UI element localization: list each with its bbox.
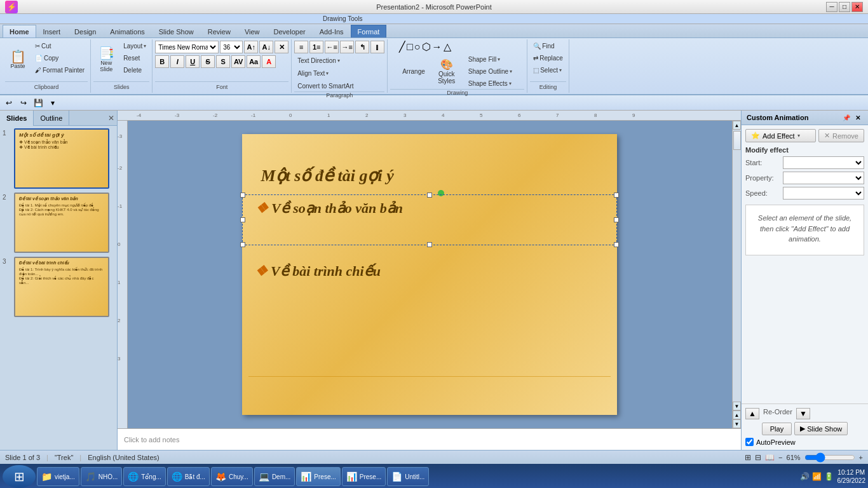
notes-area[interactable]: Click to add notes xyxy=(118,428,741,450)
layout-button[interactable]: Layout ▾ xyxy=(120,41,149,51)
scroll-up-button[interactable]: ▲ xyxy=(733,121,741,130)
handle-mr[interactable] xyxy=(614,217,619,222)
strikethrough-button[interactable]: S xyxy=(201,55,215,68)
taskbar-item-5[interactable]: 💻 Dem... xyxy=(254,467,295,486)
handle-bl[interactable] xyxy=(240,242,245,247)
increase-indent-button[interactable]: →≡ xyxy=(340,41,354,53)
align-text-button[interactable]: Align Text ▾ xyxy=(294,68,332,79)
view-normal-btn[interactable]: ⊞ xyxy=(745,453,751,462)
select-button[interactable]: ⬚Select ▾ xyxy=(530,65,566,76)
tab-animations[interactable]: Animations xyxy=(103,25,151,37)
convert-smartart-button[interactable]: Convert to SmartArt xyxy=(294,81,356,92)
scroll-track[interactable] xyxy=(733,130,741,402)
tab-home[interactable]: Home xyxy=(3,25,36,37)
taskbar-item-8[interactable]: 📄 Untitl... xyxy=(387,467,429,486)
handle-ml[interactable] xyxy=(240,217,245,222)
add-effect-button[interactable]: ⭐Add Effect▾ xyxy=(745,129,816,142)
taskbar-item-3[interactable]: 🌐 Bắt đ... xyxy=(167,467,210,486)
slide-thumb-1[interactable]: 1 Một số đề tài gợi ý ❖ Về soạn thảo văn… xyxy=(3,128,114,189)
arrange-button[interactable]: Arrange xyxy=(399,66,428,77)
qat-more-button[interactable]: ▾ xyxy=(46,97,59,109)
tab-design[interactable]: Design xyxy=(67,25,103,37)
scroll-thumb[interactable] xyxy=(733,131,741,150)
font-name-select[interactable]: Times New Roma xyxy=(155,41,219,53)
tab-view[interactable]: View xyxy=(238,25,267,37)
property-select[interactable] xyxy=(783,172,864,184)
taskbar-item-2[interactable]: 🌐 Tổng... xyxy=(123,467,166,486)
tab-developer[interactable]: Developer xyxy=(267,25,313,37)
notes-placeholder[interactable]: Click to add notes xyxy=(124,436,179,444)
tab-outline[interactable]: Outline xyxy=(34,111,69,126)
panel-pin-button[interactable]: 📌 xyxy=(841,113,851,122)
view-slide-sorter-btn[interactable]: ⊟ xyxy=(755,453,761,462)
start-select[interactable] xyxy=(783,156,864,169)
taskbar-item-6[interactable]: 📊 Prese... xyxy=(296,467,340,486)
scroll-extra-2[interactable]: ▼ xyxy=(733,419,741,428)
slide-title[interactable]: Một số đề tài gợi ý xyxy=(261,166,394,186)
bullet-1-text[interactable]: Về soạn thảo văn bản xyxy=(243,195,616,222)
shape-outline-button[interactable]: Shape Outline ▾ xyxy=(465,66,515,77)
text-box-1[interactable]: Về soạn thảo văn bản xyxy=(242,194,617,245)
close-button[interactable]: ✕ xyxy=(851,2,863,12)
handle-tr[interactable] xyxy=(614,193,619,198)
view-reading-btn[interactable]: 📖 xyxy=(765,453,775,462)
rtl-button[interactable]: ↰ xyxy=(355,41,369,53)
slide-thumb-3[interactable]: 3 Đề tài về bài trình chiếu Đề tài 1: Tr… xyxy=(3,257,114,317)
close-panel-button[interactable]: ✕ xyxy=(108,114,114,123)
bold-button[interactable]: B xyxy=(155,55,169,68)
play-button[interactable]: Play xyxy=(762,423,792,435)
scroll-extra-1[interactable]: ▲ xyxy=(733,410,741,419)
slide-preview-3[interactable]: Đề tài về bài trình chiếu Đề tài 1: Trìn… xyxy=(14,257,109,317)
tab-slideshow[interactable]: Slide Show xyxy=(152,25,201,37)
speed-select[interactable] xyxy=(783,187,864,200)
font-color-button[interactable]: A xyxy=(262,55,276,68)
remove-button[interactable]: ✕Remove xyxy=(818,129,864,142)
taskbar-item-4[interactable]: 🦊 Chuy... xyxy=(211,467,253,486)
zoom-in-btn[interactable]: + xyxy=(859,454,863,461)
paste-button[interactable]: 📋 Paste xyxy=(5,41,31,79)
decrease-indent-button[interactable]: ←≡ xyxy=(325,41,339,53)
save-button[interactable]: 💾 xyxy=(32,97,44,109)
start-button[interactable]: ⊞ xyxy=(3,465,36,488)
handle-tl[interactable] xyxy=(240,193,245,198)
change-case-button[interactable]: Aa xyxy=(247,55,261,68)
undo-button[interactable]: ↩ xyxy=(3,97,15,109)
text-box-2[interactable]: Về bài trình chiếu xyxy=(242,258,617,302)
tab-format[interactable]: Format xyxy=(351,25,387,37)
numbering-button[interactable]: 1≡ xyxy=(309,41,323,53)
tab-addins[interactable]: Add-Ins xyxy=(313,25,351,37)
taskbar-item-7[interactable]: 📊 Prese... xyxy=(342,467,386,486)
slide-thumb-2[interactable]: 2 Đề tài về soạn thảo văn bản Đề tài 1. … xyxy=(3,193,114,253)
find-button[interactable]: 🔍Find xyxy=(530,41,566,51)
reorder-down-button[interactable]: ▼ xyxy=(796,408,810,419)
format-painter-button[interactable]: 🖌Format Painter xyxy=(32,65,88,76)
tab-review[interactable]: Review xyxy=(201,25,238,37)
minimize-button[interactable]: ─ xyxy=(826,2,837,12)
shape-effects-button[interactable]: Shape Effects ▾ xyxy=(465,78,515,89)
taskbar-item-1[interactable]: 🎵 NHÓ... xyxy=(81,467,123,486)
tab-insert[interactable]: Insert xyxy=(36,25,68,37)
char-spacing-button[interactable]: AV xyxy=(231,55,245,68)
vertical-scrollbar[interactable]: ▲ ▼ ▲ ▼ xyxy=(732,121,741,428)
font-grow-button[interactable]: A↑ xyxy=(244,41,258,53)
network-icon[interactable]: 📶 xyxy=(812,472,822,481)
font-shrink-button[interactable]: A↓ xyxy=(259,41,273,53)
columns-button[interactable]: ⫿ xyxy=(370,41,384,53)
handle-bm[interactable] xyxy=(427,242,432,247)
slide-preview-1[interactable]: Một số đề tài gợi ý ❖ Về soạn thảo văn b… xyxy=(14,128,109,189)
slide-preview-2[interactable]: Đề tài về soạn thảo văn bản Đề tài 1. Mộ… xyxy=(14,193,109,253)
reorder-up-button[interactable]: ▲ xyxy=(745,408,759,419)
copy-button[interactable]: 📄Copy xyxy=(32,53,88,64)
taskbar-item-0[interactable]: 📁 vietja... xyxy=(37,467,79,486)
font-size-select[interactable]: 36 xyxy=(220,41,243,53)
handle-tm[interactable] xyxy=(427,193,432,198)
zoom-slider[interactable] xyxy=(804,452,855,463)
volume-icon[interactable]: 🔊 xyxy=(800,472,810,481)
maximize-button[interactable]: □ xyxy=(839,2,850,12)
clear-format-button[interactable]: ✕ xyxy=(275,41,288,53)
shadow-button[interactable]: S xyxy=(216,55,230,68)
zoom-out-btn[interactable]: − xyxy=(778,454,782,461)
handle-br[interactable] xyxy=(614,242,619,247)
quick-styles-button[interactable]: 🎨 Quick Styles xyxy=(431,59,463,85)
slide-area[interactable]: -3 -2 -1 0 1 2 3 Một số đề tài gợi ý xyxy=(118,121,741,428)
